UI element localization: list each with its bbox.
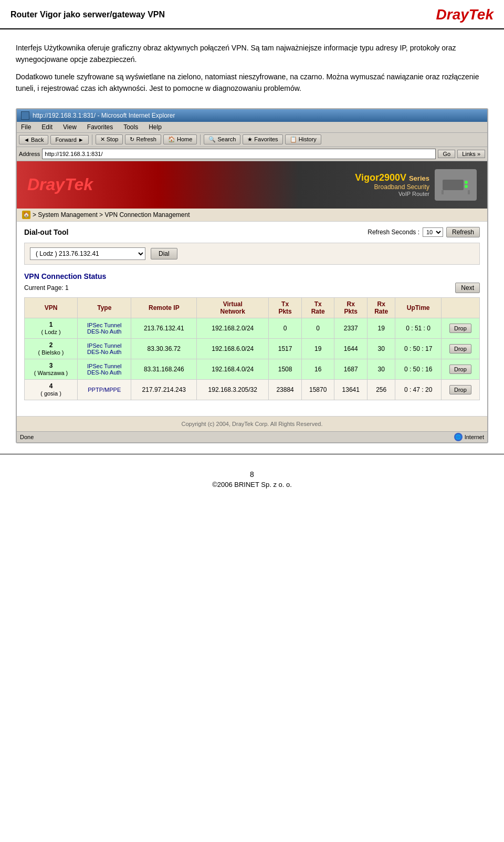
- table-row: 1( Lodz )IPSec TunnelDES-No Auth213.76.1…: [25, 318, 480, 338]
- menu-view[interactable]: View: [61, 123, 79, 131]
- forward-button[interactable]: Forward ►: [50, 135, 88, 144]
- table-row: 2( Bielsko )IPSec TunnelDES-No Auth83.30…: [25, 338, 480, 359]
- router-header-band: DrayTek Vigor2900V Series Broadband Secu…: [17, 161, 487, 209]
- type-cell: IPSec TunnelDES-No Auth: [78, 338, 131, 359]
- rx-rate-cell: 30: [368, 359, 395, 379]
- draytek-logo: DrayTek: [436, 6, 494, 23]
- tx-pkts-cell: 23884: [269, 379, 302, 400]
- uptime-cell: 0 : 50 : 16: [395, 359, 441, 379]
- page-title: Router Vigor jako serwer/gateway VPN: [10, 10, 165, 19]
- tx-rate-cell: 19: [301, 338, 334, 359]
- home-icon[interactable]: 🏠: [22, 211, 30, 219]
- svg-rect-4: [442, 190, 444, 194]
- breadcrumb-path: > System Management > VPN Connection Man…: [33, 211, 190, 219]
- svg-point-3: [465, 185, 468, 188]
- router-logo-area: DrayTek: [17, 161, 103, 209]
- go-button[interactable]: Go: [438, 150, 455, 158]
- type-cell: IPSec TunnelDES-No Auth: [78, 359, 131, 379]
- footer-copyright: Copyright (c) 2004, DrayTek Corp. All Ri…: [182, 421, 323, 427]
- article-text: Interfejs Użytkownika oferuje graficzny …: [0, 29, 504, 108]
- virtual-network-cell: 192.168.3.205/32: [197, 379, 269, 400]
- stop-button[interactable]: ✕ Stop: [96, 134, 123, 144]
- dial-button[interactable]: Dial: [151, 248, 177, 259]
- router-footer: Copyright (c) 2004, DrayTek Corp. All Ri…: [17, 416, 487, 431]
- vpn-table-body: 1( Lodz )IPSec TunnelDES-No Auth213.76.1…: [25, 318, 480, 400]
- links-button[interactable]: Links »: [457, 150, 485, 158]
- rx-pkts-cell: 13641: [334, 379, 368, 400]
- breadcrumb: 🏠 > System Management > VPN Connection M…: [17, 209, 487, 222]
- table-row: 3( Warszawa )IPSec TunnelDES-No Auth83.3…: [25, 359, 480, 379]
- drop-cell: Drop: [441, 359, 479, 379]
- col-type: Type: [78, 297, 131, 318]
- dial-out-input-row: ( Lodz ) 213.76.132.41 Dial: [24, 243, 480, 265]
- menu-favorites[interactable]: Favorites: [85, 123, 115, 131]
- refresh-button[interactable]: Refresh: [446, 227, 480, 237]
- col-tx-pkts: TxPkts: [269, 297, 302, 318]
- col-rx-rate: RxRate: [368, 297, 395, 318]
- current-page-label: Current Page: 1: [24, 284, 69, 292]
- router-product-info: Vigor2900V Series Broadband Security VoI…: [355, 172, 429, 197]
- home-button[interactable]: 🏠 Home: [163, 134, 197, 144]
- dial-address-select[interactable]: ( Lodz ) 213.76.132.41: [30, 247, 145, 260]
- search-button[interactable]: 🔍 Search: [204, 134, 240, 144]
- remote-ip-cell: 83.31.168.246: [131, 359, 197, 379]
- vpn-cell: 3( Warszawa ): [25, 359, 78, 379]
- vpn-cell: 4( gosia ): [25, 379, 78, 400]
- drop-button[interactable]: Drop: [449, 344, 471, 354]
- rx-rate-cell: 256: [368, 379, 395, 400]
- rx-rate-cell: 19: [368, 318, 395, 338]
- history-button[interactable]: 📋 History: [285, 134, 321, 144]
- col-rx-pkts: RxPkts: [334, 297, 368, 318]
- remote-ip-cell: 213.76.132.41: [131, 318, 197, 338]
- rx-pkts-cell: 2337: [334, 318, 368, 338]
- drop-button[interactable]: Drop: [449, 385, 471, 394]
- vpn-cell: 2( Bielsko ): [25, 338, 78, 359]
- uptime-cell: 0 : 47 : 20: [395, 379, 441, 400]
- tx-rate-cell: 16: [301, 359, 334, 379]
- col-virtual-network: VirtualNetwork: [197, 297, 269, 318]
- browser-toolbar: ◄ Back Forward ► ✕ Stop ↻ Refresh 🏠 Home…: [17, 133, 487, 147]
- type-cell: IPSec TunnelDES-No Auth: [78, 318, 131, 338]
- virtual-network-cell: 192.168.4.0/24: [197, 359, 269, 379]
- menu-file[interactable]: File: [19, 123, 33, 131]
- col-vpn: VPN: [25, 297, 78, 318]
- refresh-seconds-select[interactable]: 10 30 60: [423, 227, 443, 237]
- toolbar-separator-1: [92, 134, 92, 145]
- statusbar-done: Done: [20, 434, 34, 440]
- browser-statusbar: Done 🌐 Internet: [17, 431, 487, 442]
- browser-titlebar: http://192.168.3.1:831/ - Microsoft Inte…: [17, 109, 487, 122]
- svg-point-2: [465, 181, 468, 184]
- article-para2: Dodatkowo tunele szyfrowane są wyświetla…: [16, 71, 488, 95]
- drop-button[interactable]: Drop: [449, 324, 471, 333]
- next-button[interactable]: Next: [455, 283, 480, 293]
- statusbar-internet: 🌐 Internet: [454, 433, 484, 441]
- table-row: 4( gosia )PPTP/MPPE217.97.214.243192.168…: [25, 379, 480, 400]
- back-button[interactable]: ◄ Back: [19, 135, 48, 144]
- uptime-cell: 0 : 50 : 17: [395, 338, 441, 359]
- browser-title: http://192.168.3.1:831/ - Microsoft Inte…: [33, 112, 175, 119]
- address-input[interactable]: [42, 149, 436, 159]
- drop-cell: Drop: [441, 338, 479, 359]
- type-cell: PPTP/MPPE: [78, 379, 131, 400]
- browser-menubar: File Edit View Favorites Tools Help: [17, 122, 487, 133]
- menu-help[interactable]: Help: [146, 123, 164, 131]
- uptime-cell: 0 : 51 : 0: [395, 318, 441, 338]
- menu-edit[interactable]: Edit: [39, 123, 55, 131]
- col-action: [441, 297, 479, 318]
- vpn-status-header: VPN Connection Status: [24, 272, 480, 280]
- product-line2: VoIP Router: [355, 191, 429, 197]
- vpn-cell: 1( Lodz ): [25, 318, 78, 338]
- col-uptime: UpTime: [395, 297, 441, 318]
- ie-icon: [21, 111, 29, 120]
- menu-tools[interactable]: Tools: [121, 123, 140, 131]
- col-remote-ip: Remote IP: [131, 297, 197, 318]
- browser-refresh-button[interactable]: ↻ Refresh: [125, 134, 161, 144]
- product-model: Vigor2900V Series: [355, 172, 429, 183]
- drop-cell: Drop: [441, 379, 479, 400]
- router-device-image: [435, 169, 477, 201]
- favorites-button[interactable]: ★ Favorites: [243, 134, 282, 144]
- drop-button[interactable]: Drop: [449, 365, 471, 374]
- browser-addressbar: Address Go Links »: [17, 147, 487, 161]
- vpn-table-header: VPN Type Remote IP VirtualNetwork TxPkts…: [25, 297, 480, 318]
- product-line1: Broadband Security: [355, 183, 429, 191]
